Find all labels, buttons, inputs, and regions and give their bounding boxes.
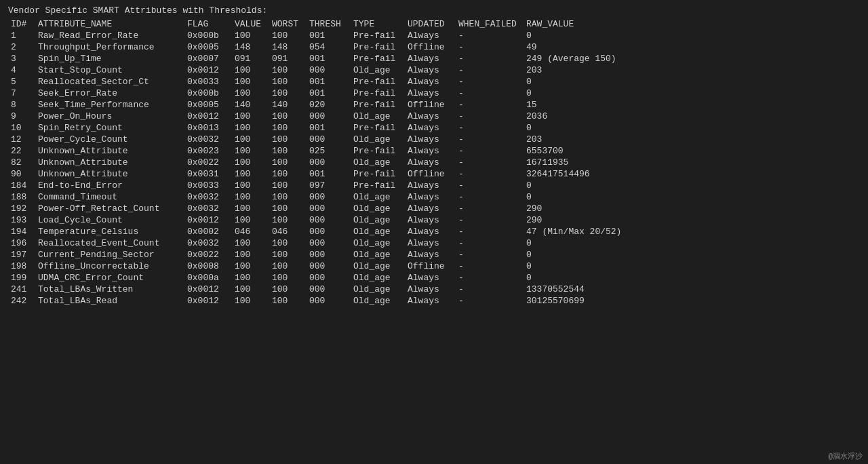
- table-cell: 100: [269, 30, 307, 41]
- table-cell: Pre-fail: [351, 76, 405, 88]
- col-header-name: ATTRIBUTE_NAME: [35, 18, 184, 30]
- table-cell: 100: [269, 168, 307, 180]
- smart-table: ID# ATTRIBUTE_NAME FLAG VALUE WORST THRE…: [8, 18, 860, 307]
- col-header-type: TYPE: [351, 18, 405, 30]
- table-cell: 0x0012: [184, 64, 232, 76]
- table-cell: 001: [307, 122, 351, 134]
- table-cell: 091: [269, 53, 307, 64]
- table-cell: 100: [269, 203, 307, 214]
- table-cell: 100: [232, 134, 269, 145]
- table-cell: 000: [307, 111, 351, 122]
- table-cell: Offline: [405, 41, 456, 53]
- table-cell: Pre-fail: [351, 168, 405, 180]
- table-cell: Always: [405, 191, 456, 203]
- col-header-worst: WORST: [269, 18, 307, 30]
- table-cell: 290: [524, 214, 860, 226]
- table-row: 188Command_Timeout0x0032100100000Old_age…: [8, 191, 860, 203]
- table-cell: Throughput_Performance: [35, 41, 184, 53]
- table-cell: Pre-fail: [351, 99, 405, 111]
- table-cell: Old_age: [351, 64, 405, 76]
- table-cell: 241: [8, 284, 35, 295]
- table-cell: Pre-fail: [351, 145, 405, 157]
- table-cell: 22: [8, 145, 35, 157]
- table-cell: 0x0033: [184, 180, 232, 191]
- table-cell: Always: [405, 284, 456, 295]
- table-cell: Always: [405, 111, 456, 122]
- table-row: 5Reallocated_Sector_Ct0x0033100100001Pre…: [8, 76, 860, 88]
- table-cell: 0x000b: [184, 30, 232, 41]
- table-cell: 100: [232, 214, 269, 226]
- table-cell: Offline: [405, 260, 456, 272]
- table-cell: 100: [269, 295, 307, 307]
- table-cell: Always: [405, 214, 456, 226]
- table-cell: 100: [269, 145, 307, 157]
- table-row: 199UDMA_CRC_Error_Count0x000a100100000Ol…: [8, 272, 860, 284]
- table-cell: 100: [232, 64, 269, 76]
- table-cell: Pre-fail: [351, 122, 405, 134]
- table-cell: Command_Timeout: [35, 191, 184, 203]
- table-cell: 000: [307, 157, 351, 168]
- table-cell: 000: [307, 191, 351, 203]
- table-cell: Start_Stop_Count: [35, 64, 184, 76]
- table-cell: Total_LBAs_Read: [35, 295, 184, 307]
- table-cell: 140: [232, 99, 269, 111]
- table-cell: Pre-fail: [351, 88, 405, 99]
- table-cell: -: [456, 295, 524, 307]
- table-cell: -: [456, 226, 524, 237]
- table-row: 82Unknown_Attribute0x0022100100000Old_ag…: [8, 157, 860, 168]
- table-cell: 0x0032: [184, 203, 232, 214]
- table-row: 10Spin_Retry_Count0x0013100100001Pre-fai…: [8, 122, 860, 134]
- table-cell: -: [456, 53, 524, 64]
- table-row: 1Raw_Read_Error_Rate0x000b100100001Pre-f…: [8, 30, 860, 41]
- table-cell: 100: [232, 111, 269, 122]
- table-cell: -: [456, 180, 524, 191]
- table-cell: 326417514496: [524, 168, 860, 180]
- table-cell: 000: [307, 249, 351, 260]
- table-cell: 100: [232, 180, 269, 191]
- table-cell: 0x0007: [184, 53, 232, 64]
- table-cell: 1: [8, 30, 35, 41]
- col-header-when-failed: WHEN_FAILED: [456, 18, 524, 30]
- table-row: 197Current_Pending_Sector0x0022100100000…: [8, 249, 860, 260]
- table-cell: 0x0005: [184, 99, 232, 111]
- table-cell: Always: [405, 88, 456, 99]
- table-cell: Pre-fail: [351, 53, 405, 64]
- watermark: @涸水浮沙: [828, 451, 863, 461]
- table-cell: End-to-End_Error: [35, 180, 184, 191]
- table-cell: Old_age: [351, 191, 405, 203]
- table-cell: 13370552544: [524, 284, 860, 295]
- table-cell: 025: [307, 145, 351, 157]
- table-cell: 0: [524, 272, 860, 284]
- table-cell: 100: [232, 249, 269, 260]
- table-cell: -: [456, 260, 524, 272]
- table-cell: 100: [269, 76, 307, 88]
- table-cell: 100: [232, 295, 269, 307]
- table-cell: 100: [269, 272, 307, 284]
- table-cell: -: [456, 168, 524, 180]
- table-cell: 0x0008: [184, 260, 232, 272]
- table-cell: -: [456, 237, 524, 249]
- table-cell: 0x0012: [184, 284, 232, 295]
- table-cell: Always: [405, 295, 456, 307]
- table-cell: 203: [524, 64, 860, 76]
- table-cell: 0x0012: [184, 111, 232, 122]
- table-row: 12Power_Cycle_Count0x0032100100000Old_ag…: [8, 134, 860, 145]
- table-cell: 90: [8, 168, 35, 180]
- table-cell: 290: [524, 203, 860, 214]
- table-cell: 100: [232, 260, 269, 272]
- table-cell: 0: [524, 237, 860, 249]
- table-cell: Unknown_Attribute: [35, 157, 184, 168]
- table-cell: 0x0032: [184, 237, 232, 249]
- table-cell: Temperature_Celsius: [35, 226, 184, 237]
- table-cell: Always: [405, 145, 456, 157]
- table-cell: Always: [405, 122, 456, 134]
- table-cell: 100: [269, 134, 307, 145]
- col-header-flag: FLAG: [184, 18, 232, 30]
- table-cell: Old_age: [351, 226, 405, 237]
- table-cell: 000: [307, 134, 351, 145]
- table-cell: 100: [269, 249, 307, 260]
- table-cell: -: [456, 64, 524, 76]
- table-cell: Always: [405, 272, 456, 284]
- table-cell: 0x0013: [184, 122, 232, 134]
- table-cell: 2: [8, 41, 35, 53]
